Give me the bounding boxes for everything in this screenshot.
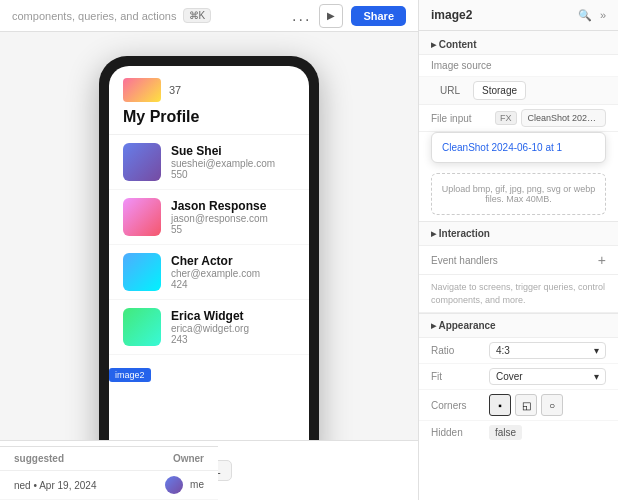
storage-tab[interactable]: Storage xyxy=(473,81,526,100)
top-profile-avatar xyxy=(123,78,161,102)
contact-name: Sue Shei xyxy=(171,144,295,158)
appearance-label: ▸ Appearance xyxy=(431,320,496,331)
file-input-field[interactable]: CleanShot 2024-06-10 a ▾ xyxy=(521,109,606,127)
top-bar-actions: ... ▶ Share xyxy=(292,4,406,28)
corner-round-button[interactable]: ◱ xyxy=(515,394,537,416)
contact-email: erica@widget.org xyxy=(171,323,295,334)
phone-frame: 37 My Profile Sue Shei sueshei@example.c… xyxy=(99,56,319,476)
right-panel-header: image2 🔍 » xyxy=(419,0,618,31)
search-icon[interactable]: 🔍 xyxy=(578,9,592,22)
phone-screen: 37 My Profile Sue Shei sueshei@example.c… xyxy=(109,66,309,466)
interaction-header: ▸ Interaction xyxy=(419,222,618,246)
contact-avatar xyxy=(123,198,161,236)
table-date: ned • Apr 19, 2024 xyxy=(14,480,96,491)
contact-avatar xyxy=(123,253,161,291)
fit-label: Fit xyxy=(431,371,483,382)
appearance-section: ▸ Appearance Ratio 4:3 ▾ Fit Cover ▾ Cor… xyxy=(419,313,618,444)
image-source-label: Image source xyxy=(431,60,492,71)
ratio-chevron: ▾ xyxy=(594,345,599,356)
more-options-button[interactable]: ... xyxy=(292,7,311,25)
profile-item[interactable]: Sue Shei sueshei@example.com 550 xyxy=(109,135,309,190)
hidden-label: Hidden xyxy=(431,427,483,438)
play-button[interactable]: ▶ xyxy=(319,4,343,28)
source-tabs: URL Storage xyxy=(419,77,618,105)
contact-info: Sue Shei sueshei@example.com 550 xyxy=(171,144,295,180)
event-handlers-row: Event handlers + xyxy=(419,246,618,275)
table-row[interactable]: ned • Apr 19, 2024 me xyxy=(0,471,218,500)
top-bar: components, queries, and actions ⌘K ... … xyxy=(0,0,418,32)
fit-value: Cover xyxy=(496,371,523,382)
hidden-value: false xyxy=(489,425,522,440)
interaction-section: ▸ Interaction Event handlers + Navigate … xyxy=(419,221,618,313)
fit-row: Fit Cover ▾ xyxy=(419,364,618,390)
search-area[interactable]: components, queries, and actions ⌘K xyxy=(12,8,211,23)
fx-badge[interactable]: FX xyxy=(495,111,517,125)
owner-avatar xyxy=(165,476,183,494)
share-button[interactable]: Share xyxy=(351,6,406,26)
upload-hint: Upload bmp, gif, jpg, png, svg or webp f… xyxy=(442,184,596,204)
table-col1: suggested xyxy=(14,453,64,464)
ratio-row: Ratio 4:3 ▾ xyxy=(419,338,618,364)
top-count: 37 xyxy=(169,84,181,96)
url-tab[interactable]: URL xyxy=(431,81,469,100)
image-source-row: Image source xyxy=(419,55,618,77)
contact-email: cher@example.com xyxy=(171,268,295,279)
profile-item[interactable]: Erica Widget erica@widget.org 243 xyxy=(109,300,309,355)
corner-options: ▪ ◱ ○ xyxy=(489,394,606,416)
corner-circle-button[interactable]: ○ xyxy=(541,394,563,416)
file-input-row: File input FX CleanShot 2024-06-10 a ▾ xyxy=(419,105,618,132)
profile-list[interactable]: Sue Shei sueshei@example.com 550 Jason R… xyxy=(109,135,309,466)
content-section-label: ▸ Content xyxy=(419,31,618,55)
contact-avatar xyxy=(123,308,161,346)
right-panel-title: image2 xyxy=(431,8,472,22)
ratio-label: Ratio xyxy=(431,345,483,356)
profile-item[interactable]: Jason Response jason@response.com 55 xyxy=(109,190,309,245)
contact-name: Erica Widget xyxy=(171,309,295,323)
ratio-value: 4:3 xyxy=(496,345,510,356)
shortcut-badge: ⌘K xyxy=(183,8,212,23)
contact-count: 424 xyxy=(171,279,295,290)
contact-count: 550 xyxy=(171,169,295,180)
contact-name: Cher Actor xyxy=(171,254,295,268)
fit-chevron: ▾ xyxy=(594,371,599,382)
file-input-value: CleanShot 2024-06-10 a xyxy=(528,113,606,123)
table-header: suggested Owner xyxy=(0,447,218,471)
contact-info: Jason Response jason@response.com 55 xyxy=(171,199,295,235)
add-event-button[interactable]: + xyxy=(598,252,606,268)
profile-title: My Profile xyxy=(123,108,295,126)
contact-avatar xyxy=(123,143,161,181)
contact-name: Jason Response xyxy=(171,199,295,213)
contact-info: Cher Actor cher@example.com 424 xyxy=(171,254,295,290)
file-dropdown[interactable]: CleanShot 2024-06-10 at 1 xyxy=(431,132,606,163)
file-input-label: File input xyxy=(431,113,491,124)
hidden-row: Hidden false xyxy=(419,421,618,444)
fit-select[interactable]: Cover ▾ xyxy=(489,368,606,385)
table-col2: Owner xyxy=(173,453,204,464)
phone-header: 37 My Profile xyxy=(109,66,309,135)
upload-area[interactable]: Upload bmp, gif, jpg, png, svg or webp f… xyxy=(431,173,606,215)
interaction-label: ▸ Interaction xyxy=(431,228,490,239)
contact-count: 243 xyxy=(171,334,295,345)
canvas-area: 37 My Profile Sue Shei sueshei@example.c… xyxy=(0,32,418,500)
dropdown-item-1[interactable]: CleanShot 2024-06-10 at 1 xyxy=(432,137,605,158)
contact-email: sueshei@example.com xyxy=(171,158,295,169)
event-handlers-label: Event handlers xyxy=(431,255,498,266)
contact-count: 55 xyxy=(171,224,295,235)
header-icons: 🔍 » xyxy=(578,9,606,22)
search-placeholder: components, queries, and actions xyxy=(12,10,177,22)
profile-item[interactable]: Cher Actor cher@example.com 424 xyxy=(109,245,309,300)
event-hint: Navigate to screens, trigger queries, co… xyxy=(419,275,618,313)
contact-email: jason@response.com xyxy=(171,213,295,224)
corners-row: Corners ▪ ◱ ○ xyxy=(419,390,618,421)
image2-label[interactable]: image2 xyxy=(109,368,151,382)
chevron-right-icon[interactable]: » xyxy=(600,9,606,22)
ratio-select[interactable]: 4:3 ▾ xyxy=(489,342,606,359)
right-panel: image2 🔍 » ▸ Content Image source URL St… xyxy=(418,0,618,500)
appearance-header: ▸ Appearance xyxy=(419,314,618,338)
corner-square-button[interactable]: ▪ xyxy=(489,394,511,416)
contact-info: Erica Widget erica@widget.org 243 xyxy=(171,309,295,345)
corners-label: Corners xyxy=(431,400,483,411)
table-owner: me xyxy=(165,476,204,494)
